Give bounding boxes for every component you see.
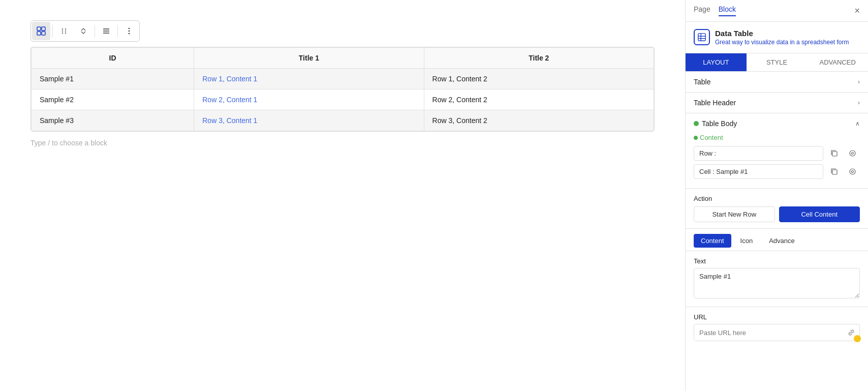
- panel-tabs: Page Block: [694, 5, 736, 16]
- layout-tabs: LAYOUT STYLE ADVANCED: [686, 53, 868, 72]
- right-panel: Page Block × Data Table Great way to vis…: [685, 0, 868, 391]
- svg-point-7: [65, 31, 66, 32]
- svg-rect-1: [42, 27, 45, 31]
- content-tabs: Content Icon Advance: [686, 229, 868, 251]
- svg-point-5: [65, 28, 66, 29]
- table-header-row: ID Title 1 Title 2: [32, 48, 654, 69]
- table-cell: Row 3, Content 2: [424, 110, 654, 131]
- editor-area: ID Title 1 Title 2 Sample #1Row 1, Conte…: [0, 0, 685, 391]
- cell-input[interactable]: [694, 164, 823, 179]
- cell-item: [694, 164, 860, 179]
- tab-advance[interactable]: Advance: [762, 234, 802, 248]
- svg-point-21: [850, 151, 855, 156]
- svg-point-14: [129, 31, 130, 32]
- chevron-down-icon: ›: [858, 78, 860, 85]
- table-cell: Sample #2: [32, 89, 194, 110]
- section-table-label: Table: [694, 78, 710, 86]
- settings-cell-button[interactable]: [845, 164, 860, 179]
- drag-handle-button[interactable]: [55, 22, 73, 40]
- url-input[interactable]: [694, 325, 843, 341]
- move-up-down-button[interactable]: [74, 22, 92, 40]
- svg-point-24: [850, 169, 855, 174]
- tab-icon[interactable]: Icon: [733, 234, 760, 248]
- svg-rect-16: [698, 34, 705, 41]
- table-cell: Row 3, Content 1: [194, 110, 424, 131]
- start-new-row-button[interactable]: Start New Row: [694, 206, 775, 222]
- table-cell: Sample #3: [32, 110, 194, 131]
- table-row: Sample #2Row 2, Content 1Row 2, Content …: [32, 89, 654, 110]
- table-cell: Row 1, Content 1: [194, 69, 424, 89]
- section-table: Table ›: [686, 72, 868, 93]
- table-cell: Row 2, Content 1: [194, 89, 424, 110]
- action-section: Action Start New Row Cell Content: [686, 189, 868, 229]
- row-input[interactable]: [694, 146, 823, 161]
- copy-cell-button[interactable]: [826, 164, 842, 179]
- row-item: [694, 145, 860, 161]
- svg-point-13: [129, 28, 130, 29]
- table-body-expanded: Content: [686, 134, 868, 188]
- data-table: ID Title 1 Title 2 Sample #1Row 1, Conte…: [31, 47, 654, 131]
- svg-point-15: [129, 33, 130, 35]
- grid-view-button[interactable]: [32, 22, 50, 40]
- toolbar-divider-2: [95, 25, 95, 37]
- section-table-body-btn[interactable]: Table Body ∧: [686, 113, 868, 134]
- section-table-body-label: Table Body: [702, 119, 737, 128]
- cell-content-button[interactable]: Cell Content: [779, 206, 860, 222]
- data-table-icon: [694, 29, 710, 45]
- tab-advanced[interactable]: ADVANCED: [807, 53, 868, 71]
- svg-point-4: [62, 28, 63, 29]
- table-cell: Sample #1: [32, 69, 194, 89]
- toolbar-divider-1: [52, 25, 53, 37]
- panel-header: Page Block ×: [686, 0, 868, 22]
- toolbar-divider-3: [117, 25, 118, 37]
- table-row: Sample #1Row 1, Content 1Row 1, Content …: [32, 69, 654, 89]
- data-table-title: Data Table: [715, 29, 849, 38]
- block-toolbar: [30, 20, 140, 42]
- tab-content[interactable]: Content: [694, 234, 731, 248]
- section-table-header-btn[interactable]: Table Header ›: [686, 93, 868, 113]
- content-label: Content: [694, 134, 860, 141]
- svg-point-6: [62, 31, 63, 32]
- col-header-id: ID: [32, 48, 194, 69]
- text-textarea[interactable]: [694, 268, 860, 298]
- url-label: URL: [694, 313, 860, 321]
- col-header-title2: Title 2: [424, 48, 654, 69]
- settings-row-button[interactable]: [845, 145, 860, 161]
- svg-rect-2: [37, 32, 41, 35]
- tab-page[interactable]: Page: [694, 5, 710, 16]
- svg-point-25: [851, 170, 853, 172]
- align-button[interactable]: [97, 22, 115, 40]
- text-section: Text: [686, 251, 868, 307]
- data-table-details: Data Table Great way to visualize data i…: [715, 29, 849, 46]
- chevron-down-icon-2: ›: [858, 99, 860, 106]
- tab-layout[interactable]: LAYOUT: [686, 53, 747, 71]
- yellow-dot-indicator: [854, 335, 861, 342]
- close-button[interactable]: ×: [854, 6, 860, 15]
- data-table-description: Great way to visualize data in a spreads…: [715, 39, 849, 46]
- section-table-header-label: Table Header: [694, 99, 736, 107]
- url-input-wrapper: [694, 324, 860, 341]
- table-row: Sample #3Row 3, Content 1Row 3, Content …: [32, 110, 654, 131]
- table-body-dot: [694, 121, 699, 126]
- more-options-button[interactable]: [120, 22, 138, 40]
- chevron-up-icon: ∧: [855, 120, 860, 127]
- copy-row-button[interactable]: [826, 145, 842, 161]
- tab-block[interactable]: Block: [719, 5, 736, 16]
- tab-style[interactable]: STYLE: [747, 53, 808, 71]
- data-table-info: Data Table Great way to visualize data i…: [686, 22, 868, 53]
- svg-point-22: [851, 152, 853, 154]
- url-section: URL: [686, 307, 868, 347]
- section-table-header: Table Header ›: [686, 93, 868, 113]
- action-btn-group: Start New Row Cell Content: [694, 206, 860, 222]
- svg-rect-20: [832, 152, 837, 156]
- type-placeholder: Type / to choose a block: [30, 139, 655, 147]
- section-table-header[interactable]: Table ›: [686, 72, 868, 92]
- svg-rect-0: [37, 27, 41, 31]
- data-table-wrapper: ID Title 1 Title 2 Sample #1Row 1, Conte…: [30, 47, 655, 132]
- table-cell: Row 2, Content 2: [424, 89, 654, 110]
- action-label: Action: [694, 195, 860, 202]
- table-cell: Row 1, Content 2: [424, 69, 654, 89]
- section-table-body: Table Body ∧ Content: [686, 113, 868, 189]
- svg-rect-3: [42, 32, 45, 35]
- svg-rect-23: [832, 170, 837, 174]
